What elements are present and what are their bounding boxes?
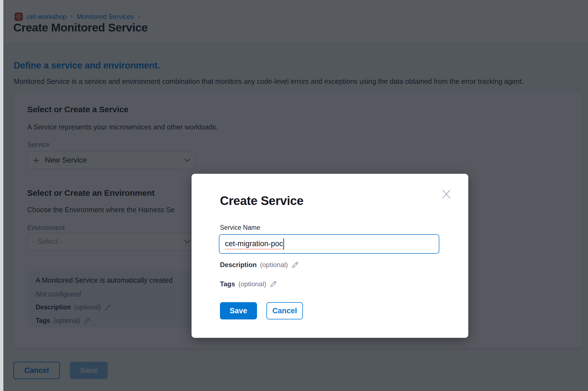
window-edge-strip bbox=[0, 0, 3, 391]
service-name-input[interactable]: cet-migration-poc bbox=[219, 234, 439, 254]
modal-cancel-button[interactable]: Cancel bbox=[266, 302, 303, 319]
modal-description-row: Description (optional) bbox=[220, 261, 299, 269]
text-caret bbox=[283, 238, 284, 250]
app-frame: cet-workshop › Monitored Services › Crea… bbox=[0, 0, 588, 391]
service-name-label: Service Name bbox=[220, 224, 260, 231]
tags-label: Tags bbox=[220, 280, 235, 288]
description-label: Description bbox=[220, 261, 257, 269]
close-icon[interactable] bbox=[442, 189, 451, 199]
modal-save-button[interactable]: Save bbox=[220, 302, 257, 319]
edit-pencil-icon[interactable] bbox=[291, 261, 299, 269]
edit-pencil-icon[interactable] bbox=[270, 280, 277, 288]
description-optional-label: (optional) bbox=[260, 261, 288, 269]
create-service-modal: Create Service Service Name cet-migratio… bbox=[192, 174, 468, 338]
service-name-value: cet-migration-poc bbox=[225, 239, 283, 250]
modal-title: Create Service bbox=[220, 194, 303, 208]
tags-optional-label: (optional) bbox=[238, 280, 266, 288]
modal-tags-row: Tags (optional) bbox=[220, 280, 277, 288]
